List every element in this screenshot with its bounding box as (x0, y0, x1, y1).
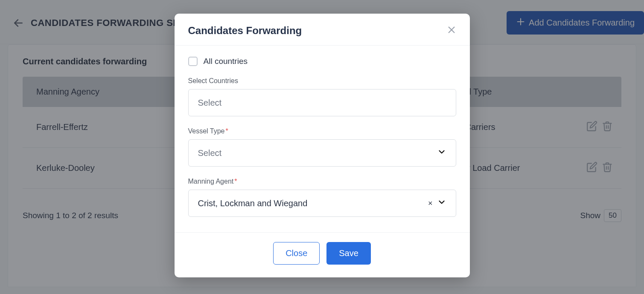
select-countries-placeholder: Select (198, 98, 222, 108)
select-countries-input[interactable]: Select (188, 89, 456, 116)
modal-footer: Close Save (175, 232, 470, 277)
vessel-type-select[interactable]: Select (188, 139, 456, 167)
close-icon[interactable] (447, 25, 456, 36)
chevron-down-icon (437, 198, 446, 209)
required-asterisk: * (234, 178, 237, 185)
close-button[interactable]: Close (273, 242, 320, 265)
vessel-type-label: Vessel Type* (188, 127, 456, 135)
all-countries-row: All countries (188, 57, 456, 66)
manning-agent-select[interactable]: Crist, Lockman and Wiegand × (188, 190, 456, 217)
modal-title: Candidates Forwarding (188, 25, 302, 37)
manning-agent-value: Crist, Lockman and Wiegand (198, 199, 308, 208)
chevron-down-icon (437, 147, 446, 159)
select-countries-label: Select Countries (188, 77, 456, 85)
vessel-type-placeholder: Select (198, 148, 222, 158)
modal-overlay[interactable]: Candidates Forwarding All countries Sele… (0, 0, 644, 294)
select-countries-field: Select Countries Select (188, 77, 456, 116)
vessel-type-field: Vessel Type* Select (188, 127, 456, 167)
required-asterisk: * (225, 127, 228, 135)
save-button[interactable]: Save (326, 242, 371, 265)
manning-agent-label: Manning Agent* (188, 178, 456, 185)
all-countries-checkbox[interactable] (188, 57, 198, 66)
clear-x-icon[interactable]: × (428, 199, 433, 208)
modal-header: Candidates Forwarding (175, 14, 470, 46)
all-countries-label: All countries (204, 57, 248, 66)
manning-agent-field: Manning Agent* Crist, Lockman and Wiegan… (188, 178, 456, 217)
modal-body: All countries Select Countries Select Ve… (175, 46, 470, 232)
candidates-forwarding-modal: Candidates Forwarding All countries Sele… (175, 14, 470, 277)
